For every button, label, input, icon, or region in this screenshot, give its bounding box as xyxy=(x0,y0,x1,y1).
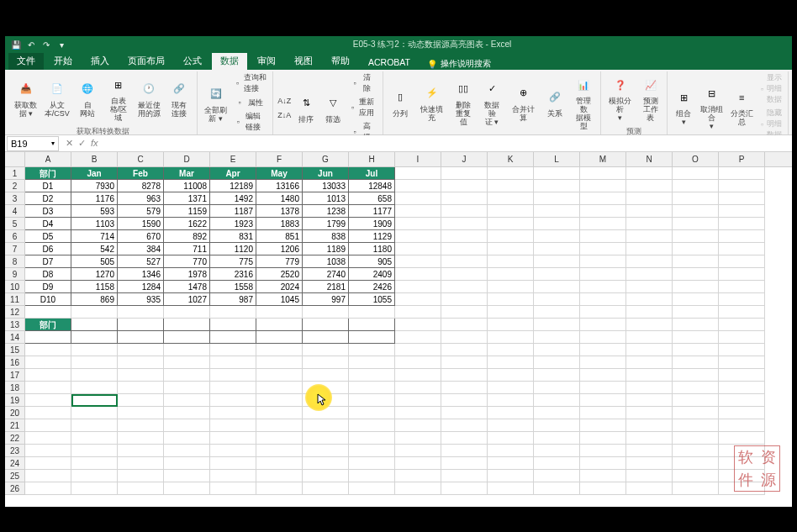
col-header-D[interactable]: D xyxy=(164,152,210,166)
cell-B7[interactable]: 542 xyxy=(71,243,118,255)
cell-D23[interactable] xyxy=(164,445,210,457)
cell-N7[interactable] xyxy=(626,243,673,255)
cell-B24[interactable] xyxy=(71,457,118,470)
col-header-I[interactable]: I xyxy=(395,152,441,166)
cell-F11[interactable]: 1045 xyxy=(256,293,303,306)
cell-H4[interactable]: 1177 xyxy=(349,205,395,218)
cell-G6[interactable]: 838 xyxy=(303,230,349,243)
cell-M12[interactable] xyxy=(580,306,626,319)
cell-F2[interactable]: 13166 xyxy=(256,180,303,192)
cell-N20[interactable] xyxy=(626,407,673,419)
cell-C3[interactable]: 963 xyxy=(118,192,164,205)
cell-A25[interactable] xyxy=(25,470,71,482)
cell-M5[interactable] xyxy=(580,218,626,230)
row-header-2[interactable]: 2 xyxy=(5,180,24,192)
cell-N3[interactable] xyxy=(626,192,673,205)
cell-J2[interactable] xyxy=(441,180,488,192)
cell-N22[interactable] xyxy=(626,432,673,445)
g5-btn-1[interactable]: 📈预测工作表 xyxy=(638,71,664,124)
cell-D22[interactable] xyxy=(164,432,210,445)
cell-C21[interactable] xyxy=(118,419,164,432)
cell-F19[interactable] xyxy=(256,394,303,407)
g6-stack-0[interactable]: ▫显示明细数据 xyxy=(758,71,784,106)
cell-O8[interactable] xyxy=(673,255,719,268)
cell-K3[interactable] xyxy=(488,192,534,205)
cell-L1[interactable] xyxy=(534,167,580,180)
cell-M4[interactable] xyxy=(580,205,626,218)
cell-B26[interactable] xyxy=(71,482,118,495)
cell-D7[interactable]: 711 xyxy=(164,243,210,255)
col-header-P[interactable]: P xyxy=(719,152,765,166)
cell-D17[interactable] xyxy=(164,369,210,382)
cell-D26[interactable] xyxy=(164,482,210,495)
cell-K20[interactable] xyxy=(488,407,534,419)
cell-C15[interactable] xyxy=(118,344,164,356)
cell-J1[interactable] xyxy=(441,167,488,180)
refresh-all-button[interactable]: 🔄 全部刷新 ▾ xyxy=(201,79,230,126)
cell-F23[interactable] xyxy=(256,445,303,457)
cell-G5[interactable]: 1799 xyxy=(303,218,349,230)
cell-N26[interactable] xyxy=(626,482,673,495)
sort-button[interactable]: ⇅ 排序 xyxy=(293,84,319,131)
cell-A3[interactable]: D2 xyxy=(25,192,71,205)
cell-P9[interactable] xyxy=(719,268,765,281)
cell-E17[interactable] xyxy=(210,369,256,382)
row-header-8[interactable]: 8 xyxy=(5,255,24,268)
cell-L8[interactable] xyxy=(534,255,580,268)
cell-H6[interactable]: 1129 xyxy=(349,230,395,243)
cell-O3[interactable] xyxy=(673,192,719,205)
cell-A19[interactable] xyxy=(25,394,71,407)
tab-home[interactable]: 开始 xyxy=(45,53,81,70)
cell-B15[interactable] xyxy=(71,344,118,356)
cell-A4[interactable]: D3 xyxy=(25,205,71,218)
cell-K7[interactable] xyxy=(488,243,534,255)
cell-F26[interactable] xyxy=(256,482,303,495)
cell-M17[interactable] xyxy=(580,369,626,382)
row-header-25[interactable]: 25 xyxy=(5,470,24,482)
cell-M15[interactable] xyxy=(580,344,626,356)
cell-F4[interactable]: 1378 xyxy=(256,205,303,218)
cell-K11[interactable] xyxy=(488,293,534,306)
cell-J18[interactable] xyxy=(441,382,488,394)
cell-I6[interactable] xyxy=(395,230,441,243)
cell-P22[interactable] xyxy=(719,432,765,445)
cell-D14[interactable] xyxy=(164,331,210,344)
cell-I11[interactable] xyxy=(395,293,441,306)
cell-M3[interactable] xyxy=(580,192,626,205)
g1-btn-3[interactable]: ⊞自表格/区域 xyxy=(103,71,133,124)
col-header-M[interactable]: M xyxy=(580,152,626,166)
cell-F8[interactable]: 779 xyxy=(256,255,303,268)
cell-M6[interactable] xyxy=(580,230,626,243)
cell-O2[interactable] xyxy=(673,180,719,192)
row-header-7[interactable]: 7 xyxy=(5,243,24,255)
cell-H19[interactable] xyxy=(349,394,395,407)
cell-D3[interactable]: 1371 xyxy=(164,192,210,205)
cell-H5[interactable]: 1909 xyxy=(349,218,395,230)
cell-I3[interactable] xyxy=(395,192,441,205)
cell-A16[interactable] xyxy=(25,356,71,369)
cell-K14[interactable] xyxy=(488,331,534,344)
cell-M16[interactable] xyxy=(580,356,626,369)
cell-N19[interactable] xyxy=(626,394,673,407)
cell-G21[interactable] xyxy=(303,419,349,432)
cell-C7[interactable]: 384 xyxy=(118,243,164,255)
cell-N15[interactable] xyxy=(626,344,673,356)
cell-D8[interactable]: 770 xyxy=(164,255,210,268)
cell-I12[interactable] xyxy=(395,306,441,319)
col-header-H[interactable]: H xyxy=(349,152,395,166)
cell-C18[interactable] xyxy=(118,382,164,394)
cell-C14[interactable] xyxy=(118,331,164,344)
row-header-17[interactable]: 17 xyxy=(5,369,24,382)
cell-G23[interactable] xyxy=(303,445,349,457)
cell-H12[interactable] xyxy=(349,306,395,319)
enter-icon[interactable]: ✓ xyxy=(78,138,86,149)
row-header-11[interactable]: 11 xyxy=(5,293,24,306)
cell-N21[interactable] xyxy=(626,419,673,432)
cell-G18[interactable] xyxy=(303,382,349,394)
g1-btn-0[interactable]: 📥获取数据 ▾ xyxy=(12,74,40,121)
tab-file[interactable]: 文件 xyxy=(8,53,44,70)
cell-D5[interactable]: 1622 xyxy=(164,218,210,230)
cell-M10[interactable] xyxy=(580,281,626,293)
cell-O17[interactable] xyxy=(673,369,719,382)
cell-P4[interactable] xyxy=(719,205,765,218)
